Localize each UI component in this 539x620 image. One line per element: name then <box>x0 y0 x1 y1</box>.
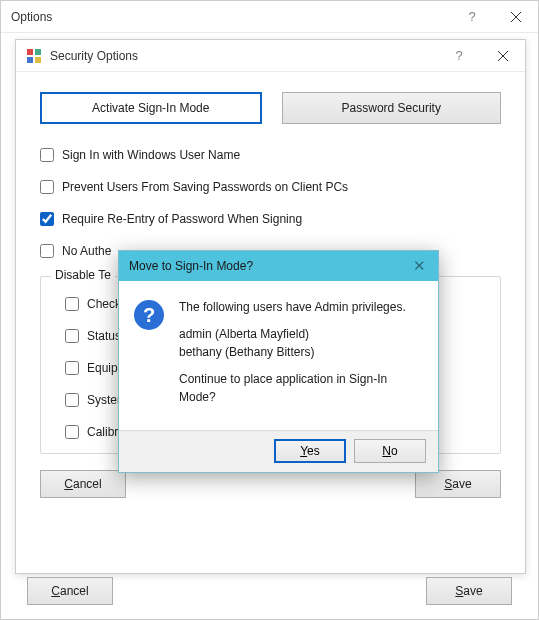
svg-rect-2 <box>27 49 33 55</box>
svg-rect-4 <box>27 57 33 63</box>
dialog-msg1: The following users have Admin privilege… <box>179 299 422 316</box>
security-options-title: Security Options <box>50 49 437 63</box>
label-require-reentry: Require Re-Entry of Password When Signin… <box>62 212 302 226</box>
label-equipment: Equipr <box>87 361 122 375</box>
svg-text:?: ? <box>143 304 155 326</box>
checkbox-calibration[interactable] <box>65 425 79 439</box>
app-icon <box>26 48 42 64</box>
checkbox-equipment[interactable] <box>65 361 79 375</box>
dialog-titlebar: Move to Sign-In Mode? ✕ <box>119 251 438 281</box>
label-prevent-save: Prevent Users From Saving Passwords on C… <box>62 180 348 194</box>
options-title: Options <box>11 10 450 24</box>
inner-cancel-button[interactable]: Cancel <box>40 470 126 498</box>
inner-help-button[interactable]: ? <box>437 40 481 72</box>
outer-cancel-button[interactable]: Cancel <box>27 577 113 605</box>
checkbox-signin-windows[interactable] <box>40 148 54 162</box>
label-no-authentication: No Authe <box>62 244 111 258</box>
dialog-msg2: Continue to place application in Sign-In… <box>179 371 422 406</box>
checkbox-require-reentry[interactable] <box>40 212 54 226</box>
dialog-admin-list: admin (Alberta Mayfield) bethany (Bethan… <box>179 326 422 361</box>
dialog-title: Move to Sign-In Mode? <box>129 259 406 273</box>
help-button[interactable]: ? <box>450 1 494 33</box>
checkbox-no-authentication[interactable] <box>40 244 54 258</box>
dialog-yes-button[interactable]: Yes <box>274 439 346 463</box>
dialog-message: The following users have Admin privilege… <box>179 299 422 416</box>
checkbox-status[interactable] <box>65 329 79 343</box>
tab-activate-signin[interactable]: Activate Sign-In Mode <box>40 92 262 124</box>
inner-save-button[interactable]: Save <box>415 470 501 498</box>
checkbox-systems[interactable] <box>65 393 79 407</box>
fieldset-legend: Disable Te <box>51 268 115 282</box>
checkbox-prevent-save[interactable] <box>40 180 54 194</box>
svg-rect-3 <box>35 49 41 55</box>
options-titlebar: Options ? <box>1 1 538 33</box>
svg-rect-5 <box>35 57 41 63</box>
label-signin-windows: Sign In with Windows User Name <box>62 148 240 162</box>
security-options-titlebar: Security Options ? <box>16 40 525 72</box>
dialog-no-button[interactable]: No <box>354 439 426 463</box>
question-icon: ? <box>133 299 167 416</box>
confirm-dialog: Move to Sign-In Mode? ✕ ? The following … <box>118 250 439 473</box>
outer-save-button[interactable]: Save <box>426 577 512 605</box>
tab-password-security[interactable]: Password Security <box>282 92 502 124</box>
close-button[interactable] <box>494 1 538 33</box>
inner-close-button[interactable] <box>481 40 525 72</box>
label-check: Check <box>87 297 121 311</box>
dialog-close-button[interactable]: ✕ <box>406 255 432 277</box>
checkbox-check[interactable] <box>65 297 79 311</box>
label-status: Status <box>87 329 121 343</box>
